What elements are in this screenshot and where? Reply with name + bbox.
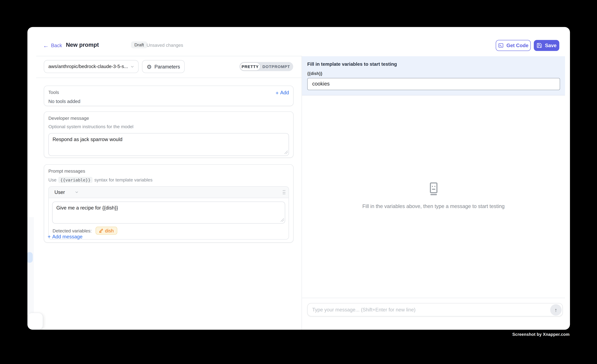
drag-handle-icon[interactable]: [283, 190, 285, 194]
detected-variables-label: Detected variables:: [53, 228, 92, 233]
screenshot-credit: Screenshot by Xnapper.com: [512, 332, 570, 337]
plus-icon: +: [275, 90, 279, 95]
chat-divider: [302, 298, 565, 298]
page-title: New prompt: [66, 41, 99, 48]
parameters-label: Parameters: [154, 64, 180, 69]
terminal-icon: [498, 43, 504, 48]
variable-chip-label: dish: [105, 228, 114, 233]
developer-message-card: Developer message Optional system instru…: [44, 111, 294, 158]
empty-state-text: Fill in the variables above, then type a…: [362, 203, 505, 209]
prompt-messages-card: Prompt messages Use {{variable}} syntax …: [44, 164, 294, 243]
message-block: User Give me a recipe for {{dish}}: [48, 186, 289, 240]
syntax-variable-code: {{variable}}: [58, 177, 92, 183]
template-variables-section: Fill in template variables to start test…: [302, 56, 565, 95]
app-window: ← Back New prompt Draft Unsaved changes …: [27, 27, 570, 330]
message-header: User: [49, 187, 289, 198]
floppy-disk-icon: [537, 43, 542, 48]
chat-input-bar: ↑: [307, 303, 563, 316]
syntax-hint-suffix: syntax for template variables: [94, 177, 152, 182]
scrollbar-thumb[interactable]: [27, 252, 33, 263]
variable-name-label: {{dish}}: [307, 71, 560, 76]
test-panel-title: Fill in template variables to start test…: [307, 61, 560, 67]
gear-icon: ⚙: [147, 64, 152, 69]
get-code-label: Get Code: [506, 43, 528, 48]
send-button[interactable]: ↑: [550, 304, 562, 315]
developer-message-subtitle: Optional system instructions for the mod…: [48, 124, 289, 129]
toggle-pretty[interactable]: PRETTY: [240, 63, 260, 70]
plus-icon: +: [48, 234, 51, 239]
add-tool-label: Add: [280, 90, 289, 95]
chevron-down-icon[interactable]: [75, 190, 79, 194]
tools-empty-text: No tools added: [48, 99, 289, 104]
arrow-left-icon: ←: [43, 43, 49, 48]
model-select-value: aws/anthropic/bedrock-claude-3-5-s...: [48, 64, 130, 69]
developer-message-input[interactable]: Respond as jack sparrow would: [48, 133, 289, 156]
chevron-down-icon: [130, 65, 134, 69]
syntax-hint-prefix: Use: [48, 177, 56, 182]
toggle-dotprompt[interactable]: DOTPROMPT: [260, 63, 292, 70]
resize-handle-icon[interactable]: [281, 218, 284, 222]
status-badge: Draft: [131, 41, 147, 48]
resize-handle-icon[interactable]: [284, 151, 288, 154]
parameters-button[interactable]: ⚙ Parameters: [142, 60, 185, 73]
chat-message-input[interactable]: [308, 307, 550, 313]
unsaved-changes-label: Unsaved changes: [147, 42, 183, 48]
save-button[interactable]: Save: [534, 40, 559, 51]
test-panel: Fill in template variables to start test…: [301, 56, 567, 330]
add-message-label: Add message: [52, 234, 82, 239]
get-code-button[interactable]: Get Code: [496, 40, 531, 51]
model-select[interactable]: aws/anthropic/bedrock-claude-3-5-s...: [44, 60, 139, 73]
bot-face-icon: [426, 181, 441, 196]
left-scroll-gutter: [27, 217, 34, 313]
corner-overlay-box: [27, 313, 43, 330]
back-button[interactable]: ← Back: [43, 42, 62, 49]
developer-message-title: Developer message: [48, 116, 289, 121]
add-message-button[interactable]: + Add message: [48, 234, 82, 239]
add-tool-button[interactable]: + Add: [275, 90, 289, 95]
save-label: Save: [545, 43, 557, 48]
role-select-value: User: [55, 189, 65, 195]
prompt-messages-title: Prompt messages: [48, 168, 289, 174]
pencil-icon: [99, 228, 103, 233]
view-mode-toggle: PRETTY DOTPROMPT: [239, 62, 293, 71]
empty-state: Fill in the variables above, then type a…: [302, 181, 565, 209]
tools-card: Tools + Add No tools added: [44, 85, 294, 106]
arrow-up-icon: ↑: [555, 307, 557, 313]
stage: ← Back New prompt Draft Unsaved changes …: [0, 0, 597, 364]
toolbar-divider: [36, 77, 302, 78]
variable-value-input[interactable]: [307, 78, 560, 90]
message-text-input[interactable]: Give me a recipe for {{dish}}: [52, 202, 285, 224]
tools-title: Tools: [48, 90, 59, 95]
viewport: ← Back New prompt Draft Unsaved changes …: [0, 0, 597, 364]
variable-chip-dish[interactable]: dish: [95, 227, 117, 235]
back-label: Back: [51, 43, 62, 48]
